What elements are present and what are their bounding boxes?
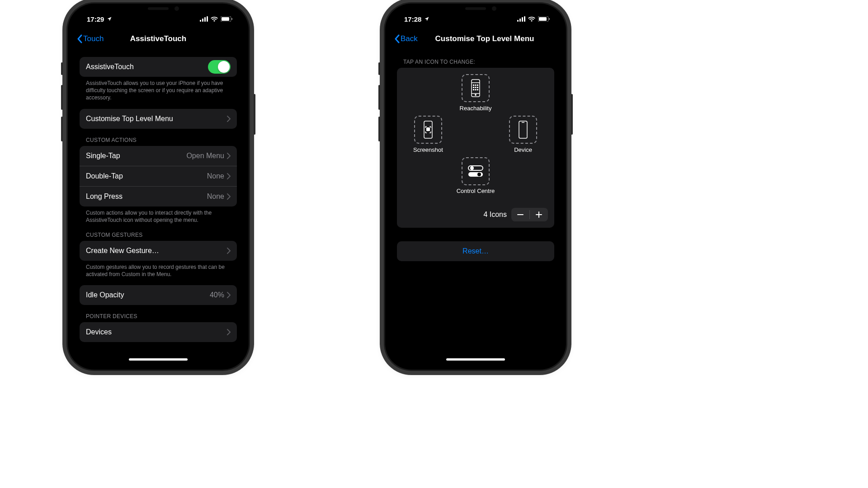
- svg-rect-5: [222, 17, 229, 21]
- custom-actions-header: CUSTOM ACTIONS: [80, 129, 237, 146]
- icon-label: Control Centre: [455, 188, 496, 195]
- icon-label: Reachability: [455, 105, 496, 112]
- battery-icon: [221, 16, 232, 22]
- wifi-icon: [211, 16, 218, 22]
- chevron-right-icon: [227, 153, 231, 159]
- custom-gestures-footer: Custom gestures allow you to record gest…: [80, 261, 237, 278]
- double-tap-row[interactable]: Double-Tap None: [80, 166, 237, 186]
- icon-count-stepper[interactable]: [511, 208, 548, 221]
- nav-back-label: Back: [401, 34, 418, 43]
- assistivetouch-toggle-label: AssistiveTouch: [86, 63, 208, 71]
- nav-back-button[interactable]: Back: [391, 34, 418, 43]
- screenshot-icon: [423, 121, 434, 139]
- create-gesture-label: Create New Gesture…: [86, 247, 227, 255]
- stepper-plus-button[interactable]: [530, 208, 548, 221]
- svg-rect-10: [524, 16, 525, 22]
- svg-rect-21: [473, 87, 474, 88]
- svg-rect-37: [536, 214, 542, 215]
- svg-rect-13: [549, 18, 550, 20]
- icon-grid: Reachability Screenshot De: [397, 68, 554, 228]
- reset-label: Reset…: [462, 247, 489, 255]
- svg-rect-12: [539, 17, 547, 21]
- reset-button[interactable]: Reset…: [397, 241, 554, 261]
- icon-screenshot[interactable]: Screenshot: [408, 116, 448, 153]
- idle-opacity-label: Idle Opacity: [86, 291, 210, 299]
- status-time: 17:28: [404, 15, 421, 23]
- reachability-icon: [470, 79, 481, 97]
- long-press-value: None: [207, 192, 224, 201]
- double-tap-value: None: [207, 172, 224, 180]
- chevron-left-icon: [77, 34, 82, 43]
- chevron-right-icon: [227, 193, 231, 200]
- nav-back-label: Touch: [83, 34, 104, 43]
- home-indicator[interactable]: [129, 358, 188, 361]
- icon-label: Device: [503, 146, 543, 153]
- battery-icon: [538, 16, 550, 22]
- status-time: 17:29: [87, 15, 104, 23]
- location-icon: [107, 16, 112, 22]
- chevron-right-icon: [227, 116, 231, 122]
- svg-rect-8: [519, 19, 521, 22]
- svg-rect-28: [426, 127, 430, 131]
- chevron-right-icon: [227, 173, 231, 179]
- devices-row[interactable]: Devices: [80, 322, 237, 342]
- customise-menu-label: Customise Top Level Menu: [86, 115, 227, 123]
- phone-assistivetouch: 17:29 Touch AssistiveTouch: [68, 4, 249, 370]
- svg-point-17: [475, 94, 476, 95]
- long-press-row[interactable]: Long Press None: [80, 186, 237, 206]
- control-centre-icon: [467, 164, 484, 178]
- single-tap-value: Open Menu: [186, 152, 224, 160]
- nav-back-button[interactable]: Touch: [73, 34, 104, 43]
- plus-icon: [536, 211, 542, 218]
- svg-rect-24: [473, 89, 474, 90]
- svg-rect-25: [475, 89, 476, 90]
- icon-device[interactable]: Device: [503, 116, 543, 153]
- nav-title: Customise Top Level Menu: [409, 34, 561, 43]
- single-tap-label: Single-Tap: [86, 152, 186, 160]
- nav-bar: Touch AssistiveTouch: [73, 29, 243, 49]
- assistivetouch-toggle-row[interactable]: AssistiveTouch: [80, 57, 237, 77]
- idle-opacity-row[interactable]: Idle Opacity 40%: [80, 285, 237, 305]
- long-press-label: Long Press: [86, 192, 207, 201]
- svg-rect-2: [204, 17, 206, 22]
- assistivetouch-toggle[interactable]: [208, 60, 231, 74]
- svg-rect-26: [477, 89, 478, 90]
- svg-rect-20: [477, 84, 478, 86]
- svg-rect-22: [475, 87, 476, 88]
- customise-menu-row[interactable]: Customise Top Level Menu: [80, 109, 237, 129]
- svg-rect-7: [517, 20, 519, 22]
- wifi-icon: [528, 16, 535, 22]
- assistivetouch-footer: AssistiveTouch allows you to use your iP…: [80, 77, 237, 102]
- stepper-minus-button[interactable]: [511, 208, 529, 221]
- minus-icon: [517, 214, 524, 215]
- svg-rect-35: [517, 214, 524, 215]
- svg-rect-6: [231, 18, 232, 20]
- location-icon: [424, 16, 429, 22]
- pointer-devices-header: POINTER DEVICES: [80, 305, 237, 322]
- cellular-icon: [517, 16, 525, 22]
- single-tap-row[interactable]: Single-Tap Open Menu: [80, 146, 237, 166]
- svg-rect-3: [207, 16, 208, 22]
- icon-control-centre[interactable]: Control Centre: [455, 157, 496, 195]
- tap-icon-header: TAP AN ICON TO CHANGE:: [397, 49, 554, 68]
- svg-rect-29: [519, 121, 527, 138]
- home-indicator[interactable]: [446, 358, 505, 361]
- custom-actions-footer: Custom actions allow you to interact dir…: [80, 206, 237, 224]
- double-tap-label: Double-Tap: [86, 172, 207, 180]
- create-gesture-row[interactable]: Create New Gesture…: [80, 241, 237, 261]
- svg-point-32: [470, 166, 474, 170]
- icon-label: Screenshot: [408, 146, 448, 153]
- icon-reachability[interactable]: Reachability: [455, 74, 496, 112]
- svg-rect-0: [200, 20, 201, 22]
- phone-customise-menu: 17:28 Back Customise Top Level Menu TAP …: [385, 4, 566, 370]
- devices-label: Devices: [86, 328, 227, 336]
- svg-rect-1: [202, 19, 203, 22]
- cellular-icon: [200, 16, 208, 22]
- device-icon: [518, 121, 528, 139]
- svg-rect-18: [473, 84, 474, 86]
- svg-rect-23: [477, 87, 478, 88]
- nav-bar: Back Customise Top Level Menu: [391, 29, 561, 49]
- custom-gestures-header: CUSTOM GESTURES: [80, 224, 237, 241]
- chevron-right-icon: [227, 248, 231, 254]
- svg-rect-9: [522, 17, 523, 22]
